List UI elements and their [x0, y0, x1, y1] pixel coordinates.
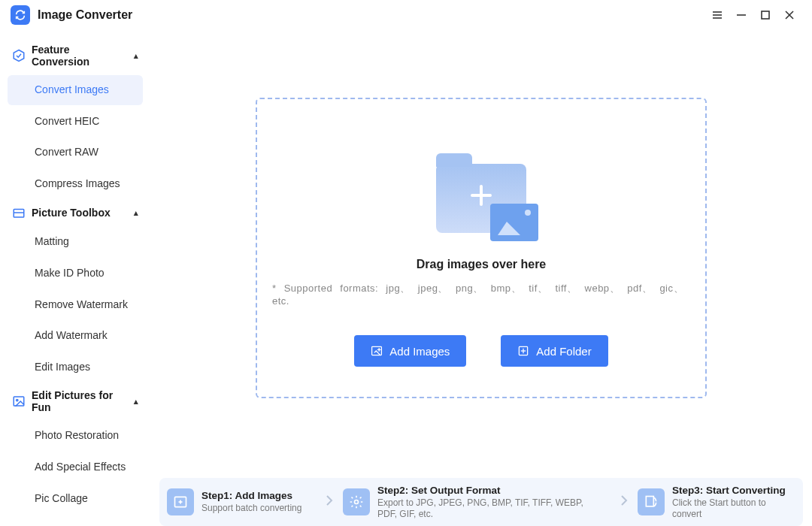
nav-add-special-effects[interactable]: Add Special Effects	[8, 452, 143, 482]
nav-make-id-photo[interactable]: Make ID Photo	[8, 258, 143, 289]
gear-icon	[343, 488, 370, 515]
add-folder-button[interactable]: Add Folder	[501, 335, 607, 367]
chevron-right-icon	[615, 494, 633, 510]
app-logo-icon	[11, 5, 30, 25]
svg-rect-10	[14, 397, 24, 406]
svg-point-11	[17, 400, 18, 401]
step-title: Step3: Start Converting	[672, 485, 795, 496]
chevron-up-icon: ▴	[134, 397, 138, 407]
nav-convert-heic[interactable]: Convert HEIC	[8, 107, 143, 137]
add-images-button[interactable]: Add Images	[354, 335, 466, 367]
svg-point-21	[355, 500, 359, 504]
section-feature-conversion[interactable]: Feature Conversion ▴	[5, 38, 146, 74]
section-picture-toolbox[interactable]: Picture Toolbox ▴	[5, 200, 146, 225]
step-title: Step2: Set Output Format	[377, 485, 603, 496]
nav-add-watermark[interactable]: Add Watermark	[8, 321, 143, 351]
sidebar: Feature Conversion ▴ Convert Images Conv…	[0, 30, 150, 526]
nav-remove-watermark[interactable]: Remove Watermark	[8, 290, 143, 320]
step-title: Step1: Add Images	[201, 490, 301, 501]
main-area: Drag images over here * Supported format…	[150, 30, 812, 526]
svg-rect-4	[762, 11, 769, 19]
section-label: Picture Toolbox	[32, 207, 111, 219]
nav-edit-images[interactable]: Edit Images	[8, 352, 143, 382]
nav-photo-restoration[interactable]: Photo Restoration	[8, 421, 143, 451]
button-label: Add Folder	[536, 345, 591, 358]
hexagon-icon	[12, 49, 26, 62]
title-bar: Image Converter	[0, 0, 812, 30]
chevron-up-icon: ▴	[134, 51, 138, 61]
step-subtitle: Export to JPG, JPEG, PNG, BMP, TIF, TIFF…	[377, 497, 603, 520]
step-subtitle: Support batch converting	[201, 503, 301, 514]
chevron-right-icon	[320, 494, 338, 510]
step-3: Step3: Start Converting Click the Start …	[638, 485, 795, 520]
convert-icon	[638, 488, 665, 515]
drop-title: Drag images over here	[417, 258, 547, 271]
menu-icon[interactable]	[705, 3, 729, 27]
add-images-step-icon	[167, 488, 194, 515]
nav-convert-images[interactable]: Convert Images	[8, 75, 143, 105]
nav-pic-collage[interactable]: Pic Collage	[8, 484, 143, 514]
supported-formats: * Supported formats: jpg、 jpeg、 png、 bmp…	[272, 282, 690, 307]
toolbox-icon	[12, 206, 26, 219]
svg-marker-7	[14, 50, 24, 62]
svg-rect-22	[646, 497, 653, 506]
add-image-icon	[371, 345, 383, 357]
section-edit-pictures-fun[interactable]: Edit Pictures for Fun ▴	[5, 383, 146, 419]
drop-zone[interactable]: Drag images over here * Supported format…	[256, 98, 707, 398]
section-label: Edit Pictures for Fun	[32, 389, 128, 413]
steps-footer: Step1: Add Images Support batch converti…	[159, 478, 803, 526]
app-title: Image Converter	[38, 8, 132, 22]
maximize-icon[interactable]	[753, 3, 777, 27]
button-label: Add Images	[389, 345, 450, 358]
step-2: Step2: Set Output Format Export to JPG, …	[343, 485, 611, 520]
add-folder-icon	[517, 345, 529, 357]
picture-icon	[12, 394, 26, 408]
step-1: Step1: Add Images Support batch converti…	[167, 488, 316, 515]
nav-convert-raw[interactable]: Convert RAW	[8, 138, 143, 168]
close-icon[interactable]	[777, 3, 801, 27]
section-label: Feature Conversion	[32, 44, 128, 68]
nav-matting[interactable]: Matting	[8, 227, 143, 257]
chevron-up-icon: ▴	[134, 208, 138, 218]
folder-image-icon	[414, 150, 549, 246]
nav-compress-images[interactable]: Compress Images	[8, 169, 143, 199]
step-subtitle: Click the Start button to convert	[672, 497, 795, 520]
minimize-icon[interactable]	[729, 3, 753, 27]
